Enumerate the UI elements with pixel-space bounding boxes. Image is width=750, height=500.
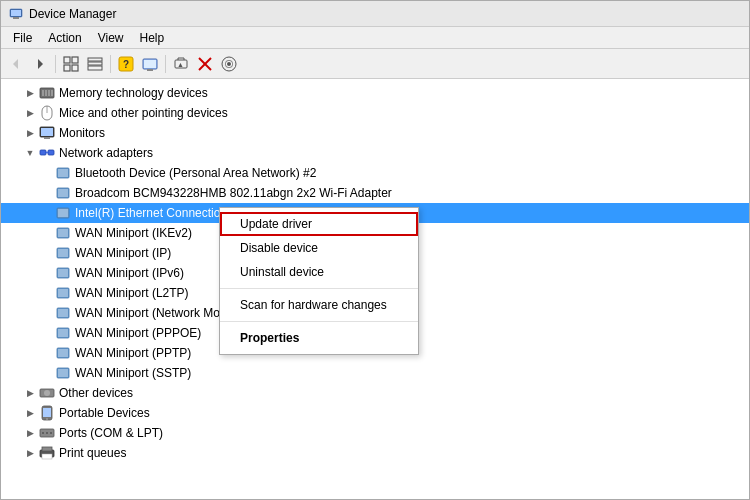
tree-label-mice: Mice and other pointing devices [59,106,228,120]
tree-item-mice[interactable]: ▶ Mice and other pointing devices [1,103,749,123]
tree-label-wan-ikev2: WAN Miniport (IKEv2) [75,226,192,240]
menu-action[interactable]: Action [40,29,89,47]
icon-ports [39,425,55,441]
context-menu-properties[interactable]: Properties [220,326,418,350]
title-bar: Device Manager [1,1,749,27]
tree-item-print[interactable]: ▶ Print queues [1,443,749,463]
svg-rect-47 [58,249,68,257]
expand-icon-monitors: ▶ [23,126,37,140]
svg-rect-49 [58,269,68,277]
icon-wan-pptp [55,345,71,361]
toolbar-remove-btn[interactable] [194,53,216,75]
svg-rect-27 [45,90,47,96]
svg-rect-15 [147,69,153,71]
icon-bluetooth [55,165,71,181]
toolbar-back-btn[interactable] [5,53,27,75]
svg-rect-63 [43,408,51,417]
toolbar-forward-btn[interactable] [29,53,51,75]
tree-label-broadcom: Broadcom BCM943228HMB 802.11abgn 2x2 Wi-… [75,186,392,200]
svg-rect-39 [58,169,68,177]
toolbar-btn-3[interactable] [60,53,82,75]
tree-label-wan-sstp: WAN Miniport (SSTP) [75,366,191,380]
svg-rect-51 [58,289,68,297]
toolbar-sep-2 [110,55,111,73]
svg-marker-3 [13,59,18,69]
icon-wan-l2tp [55,285,71,301]
context-menu-update-driver[interactable]: Update driver [220,212,418,236]
tree-item-bluetooth[interactable]: ▶ Bluetooth Device (Personal Area Networ… [1,163,749,183]
tree-item-portable[interactable]: ▶ Portable Devices [1,403,749,423]
icon-wan-ipv6 [55,265,71,281]
svg-rect-28 [48,90,50,96]
tree-item-wan-sstp[interactable]: ▶ WAN Miniport (SSTP) [1,363,749,383]
icon-wan-netmon [55,305,71,321]
svg-rect-59 [58,369,68,377]
svg-rect-41 [58,189,68,197]
toolbar-btn-6[interactable] [139,53,161,75]
menu-help[interactable]: Help [132,29,173,47]
toolbar-sep-3 [165,55,166,73]
svg-rect-45 [58,229,68,237]
icon-wan-pppoe [55,325,71,341]
title-bar-icon [9,7,23,21]
icon-wan-ikev2 [55,225,71,241]
context-menu-sep-2 [220,321,418,322]
tree-label-monitors: Monitors [59,126,105,140]
menu-view[interactable]: View [90,29,132,47]
context-menu: Update driver Disable device Uninstall d… [219,207,419,355]
tree-label-memory: Memory technology devices [59,86,208,100]
content-area: ▶ Memory technology devices ▶ [1,79,749,499]
tree-label-wan-pppoe: WAN Miniport (PPPOE) [75,326,201,340]
svg-point-68 [50,432,52,434]
svg-rect-1 [13,17,19,19]
tree-item-broadcom[interactable]: ▶ Broadcom BCM943228HMB 802.11abgn 2x2 W… [1,183,749,203]
svg-rect-9 [88,58,102,61]
expand-icon-mice: ▶ [23,106,37,120]
icon-broadcom [55,185,71,201]
svg-point-64 [46,418,48,420]
expand-icon-network: ▼ [23,146,37,160]
svg-rect-57 [58,349,68,357]
toolbar-help-btn[interactable]: ? [115,53,137,75]
toolbar-update-btn[interactable]: ▲ [170,53,192,75]
svg-point-67 [46,432,48,434]
toolbar-add-btn[interactable] [218,53,240,75]
svg-rect-55 [58,329,68,337]
svg-rect-29 [51,90,53,96]
svg-rect-2 [11,10,21,16]
icon-mice [39,105,55,121]
context-menu-scan-hardware[interactable]: Scan for hardware changes [220,293,418,317]
svg-rect-26 [42,90,44,96]
svg-rect-16 [144,60,156,68]
title-bar-title: Device Manager [29,7,116,21]
svg-rect-6 [72,57,78,63]
svg-marker-4 [38,59,43,69]
menu-file[interactable]: File [5,29,40,47]
toolbar-btn-4[interactable] [84,53,106,75]
expand-icon-print: ▶ [23,446,37,460]
context-menu-disable-device[interactable]: Disable device [220,236,418,260]
tree-label-print: Print queues [59,446,126,460]
tree-item-ports[interactable]: ▶ Ports (COM & LPT) [1,423,749,443]
tree-label-ports: Ports (COM & LPT) [59,426,163,440]
tree-item-monitors[interactable]: ▶ Monitors [1,123,749,143]
tree-item-memory[interactable]: ▶ Memory technology devices [1,83,749,103]
toolbar-sep-1 [55,55,56,73]
device-manager-window: Device Manager File Action View Help [0,0,750,500]
tree-label-wan-ipv6: WAN Miniport (IPv6) [75,266,184,280]
tree-label-wan-l2tp: WAN Miniport (L2TP) [75,286,189,300]
svg-rect-35 [40,150,46,155]
icon-print [39,445,55,461]
svg-text:?: ? [123,59,129,70]
svg-rect-5 [64,57,70,63]
svg-rect-53 [58,309,68,317]
expand-icon-memory: ▶ [23,86,37,100]
svg-point-24 [227,62,231,66]
svg-rect-11 [88,66,102,70]
toolbar: ? ▲ [1,49,749,79]
tree-item-network[interactable]: ▼ Network adapters [1,143,749,163]
icon-wan-sstp [55,365,71,381]
tree-item-other[interactable]: ▶ Other devices [1,383,749,403]
svg-rect-33 [41,128,53,136]
context-menu-uninstall-device[interactable]: Uninstall device [220,260,418,284]
